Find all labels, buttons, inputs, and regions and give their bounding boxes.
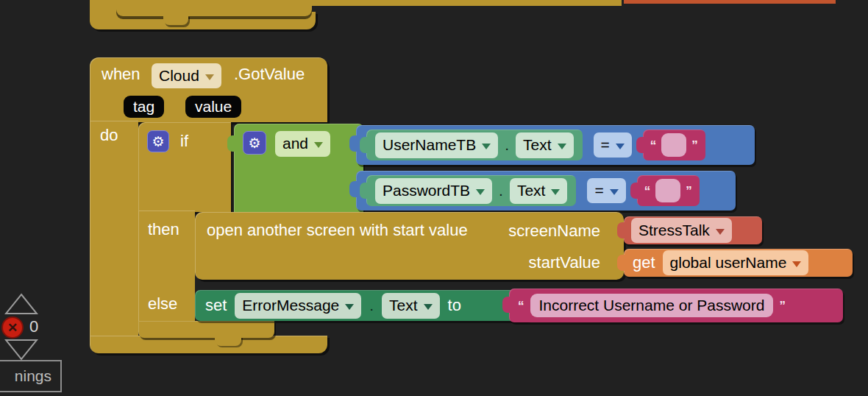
else-label: else: [148, 296, 177, 312]
component-label: PasswordTB: [383, 181, 470, 200]
error-count-icon[interactable]: ✕: [1, 317, 24, 339]
close-quote: ”: [691, 139, 698, 152]
property-label: Text: [523, 135, 552, 155]
operator-label: =: [601, 135, 610, 155]
open-screen-label: open another screen with start value: [207, 222, 468, 238]
screen-label: StressTalk: [638, 221, 710, 240]
dot-separator: .: [369, 297, 374, 314]
equals-operator-dropdown[interactable]: =: [587, 178, 625, 203]
if-mutator-gear-icon[interactable]: ⚙: [147, 130, 169, 152]
property-label: Text: [517, 181, 546, 200]
variable-label: global userName: [670, 253, 787, 272]
show-warnings-button[interactable]: nings: [0, 360, 62, 392]
password-text-getter[interactable]: PasswordTB . Text: [366, 175, 576, 206]
component-dropdown-passwordtb[interactable]: PasswordTB: [375, 178, 492, 204]
error-message-string-block[interactable]: “ Incorrect Username or Password ”: [509, 289, 843, 322]
and-operator-dropdown[interactable]: and: [275, 131, 330, 157]
chevron-down-icon: [716, 229, 725, 235]
and-mutator-gear-icon[interactable]: ⚙: [243, 131, 266, 155]
partial-orange-block-strip[interactable]: [624, 0, 836, 4]
to-keyword: to: [448, 296, 461, 315]
start-value-arg-label: startValue: [529, 255, 600, 271]
dot-separator: .: [505, 136, 509, 154]
arrow-down-button[interactable]: [4, 339, 38, 361]
screen-name-value-block[interactable]: StressTalk: [624, 216, 762, 244]
property-dropdown-text[interactable]: Text: [382, 293, 440, 319]
property-dropdown-text[interactable]: Text: [510, 178, 568, 204]
username-text-getter[interactable]: UserNameTB . Text: [366, 130, 583, 160]
partial-inner-block-tab: [163, 15, 188, 25]
variable-dropdown-global-username[interactable]: global userName: [663, 250, 809, 275]
chevron-down-icon: [616, 144, 625, 149]
arrow-up-button[interactable]: [4, 293, 38, 315]
error-count: 0: [29, 317, 38, 336]
logic-and-block[interactable]: ⚙ and: [234, 124, 363, 221]
chevron-down-icon: [482, 144, 491, 149]
chevron-down-icon: [551, 189, 560, 195]
chevron-down-icon: [610, 189, 619, 195]
empty-string-block[interactable]: “ ”: [643, 130, 705, 160]
get-keyword: get: [633, 253, 655, 272]
chevron-down-icon: [476, 189, 485, 195]
then-label: then: [148, 222, 179, 238]
string-input-field[interactable]: [661, 133, 686, 157]
chevron-down-icon: [314, 142, 323, 148]
partial-inner-block-bottom[interactable]: [116, 0, 312, 16]
component-dropdown-label: Cloud: [159, 66, 199, 85]
set-keyword: set: [205, 296, 227, 315]
equals-operator-dropdown[interactable]: =: [594, 132, 632, 158]
set-errormessage-text-block[interactable]: set ErrorMessage . Text to: [195, 290, 532, 321]
component-dropdown-cloud[interactable]: Cloud: [152, 63, 221, 88]
component-dropdown-usernametb[interactable]: UserNameTB: [375, 132, 498, 158]
chevron-down-icon: [558, 144, 566, 149]
dot-separator: .: [499, 182, 503, 199]
event-name-label: .GotValue: [234, 66, 305, 82]
property-dropdown-text[interactable]: Text: [516, 132, 574, 158]
open-another-screen-block[interactable]: open another screen with start value scr…: [195, 212, 624, 280]
when-keyword: when: [102, 66, 140, 82]
equals-block-password[interactable]: PasswordTB . Text = “ ”: [356, 171, 736, 211]
string-input-field[interactable]: [655, 179, 680, 202]
chevron-down-icon: [205, 74, 214, 80]
operator-label: =: [594, 181, 603, 200]
when-block-left-spine[interactable]: [90, 121, 138, 339]
open-quote: “: [644, 185, 651, 197]
close-quote: ”: [686, 185, 692, 197]
param-chip-value[interactable]: value: [185, 96, 241, 118]
param-chip-tag[interactable]: tag: [124, 96, 164, 118]
if-block-next-tab: [215, 336, 241, 346]
blocks-workspace[interactable]: when Cloud .GotValue tag value do ⚙ if t…: [0, 0, 868, 396]
chevron-down-icon: [424, 304, 433, 310]
when-block-bottom-bar[interactable]: [90, 336, 327, 353]
component-label: UserNameTB: [383, 135, 476, 155]
empty-string-block[interactable]: “ ”: [637, 175, 700, 206]
do-label: do: [100, 127, 118, 144]
if-label: if: [180, 133, 188, 149]
chevron-down-icon: [792, 261, 801, 267]
component-dropdown-errormessage[interactable]: ErrorMessage: [235, 293, 361, 319]
screen-name-arg-label: screenName: [508, 223, 600, 239]
close-quote: ”: [779, 300, 786, 312]
open-quote: “: [518, 300, 524, 312]
equals-block-username[interactable]: UserNameTB . Text = “ ”: [356, 125, 755, 165]
open-quote: “: [650, 139, 657, 152]
chevron-down-icon: [345, 304, 354, 310]
and-operator-label: and: [282, 134, 308, 153]
string-input-field[interactable]: Incorrect Username or Password: [530, 294, 774, 317]
component-label: ErrorMessage: [242, 296, 339, 315]
property-label: Text: [389, 296, 418, 315]
if-block-bottom-bar[interactable]: [138, 321, 274, 338]
get-variable-block[interactable]: get global userName: [624, 249, 853, 277]
screen-dropdown-stresstalk[interactable]: StressTalk: [631, 218, 732, 243]
